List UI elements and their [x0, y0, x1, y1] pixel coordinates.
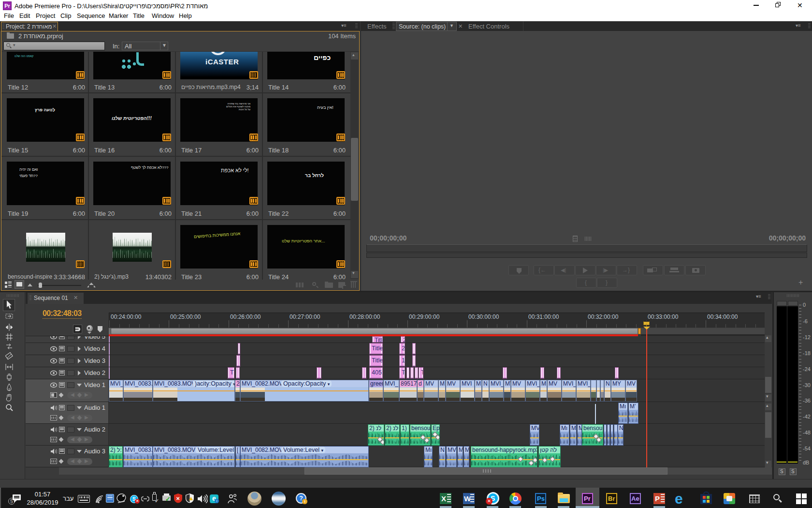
svg-text:✕: ✕: [176, 496, 180, 501]
